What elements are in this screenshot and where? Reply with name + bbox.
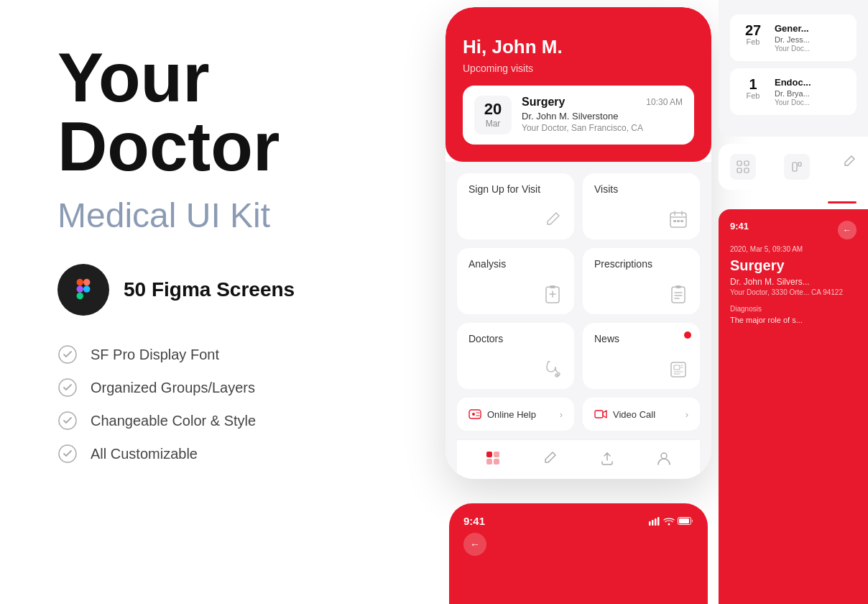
grid-card-news-title: News [594,333,688,344]
right-date-month-1: Feb [740,37,766,46]
feature-text-4: All Customizable [91,446,198,462]
nav-home[interactable] [485,450,501,466]
feature-item-3: Changeable Color & Style [57,411,395,431]
right-detail-doctor: Dr. John M. Silvers... [730,277,857,287]
phone-upcoming-label: Upcoming visits [463,63,694,74]
svg-rect-28 [674,365,680,370]
svg-rect-13 [673,220,676,222]
help-row: Online Help › Video Call › [457,398,700,431]
right-appt-card-1[interactable]: 27 Feb Gener... Dr. Jess... Your Doc... [730,14,857,61]
svg-rect-37 [595,411,603,418]
svg-rect-38 [486,452,492,457]
right-top: 27 Feb Gener... Dr. Jess... Your Doc... … [719,0,868,137]
appt-title-row: Surgery 10:30 AM [522,96,683,109]
right-date-num-2: 1 [740,77,766,91]
mini-time: 9:41 [463,515,485,527]
grid-card-visits-title: Visits [594,183,688,195]
svg-rect-39 [494,452,499,457]
svg-rect-41 [494,459,499,465]
right-edit-icon [842,154,857,168]
right-back-circle[interactable]: ← [838,221,857,239]
grid-card-analysis[interactable]: Analysis [457,248,574,314]
svg-point-48 [668,523,670,525]
nav-pencil[interactable] [542,450,558,466]
right-detail-date: 2020, Mar 5, 09:30 AM [730,245,857,253]
feature-text-1: SF Pro Display Font [91,347,219,363]
help-chevron: › [560,409,563,420]
appointment-card[interactable]: 20 Mar Surgery 10:30 AM Dr. John M. Silv… [463,86,694,145]
svg-point-43 [661,453,667,459]
svg-rect-52 [744,161,749,165]
right-appt-doc-2: Dr. Brya... [775,89,846,98]
mini-phone: 9:41 ← [449,503,708,604]
svg-rect-45 [652,520,654,526]
right-appt-type-1: Gener... [775,23,846,34]
features-list: SF Pro Display Font Organized Groups/Lay… [57,344,395,464]
svg-rect-47 [657,517,660,526]
svg-rect-19 [550,285,555,288]
date-badge: 20 Mar [474,96,512,134]
stethoscope-icon [468,359,563,379]
right-date-1: 27 Feb [740,23,766,46]
right-date-2: 1 Feb [740,77,766,100]
svg-rect-51 [737,161,742,165]
appt-location: Your Doctor, San Francisco, CA [522,123,683,133]
figma-logo [57,264,109,316]
date-number: 20 [483,101,503,117]
mini-status-bar: 9:41 [463,515,693,527]
right-detail-address: Your Doctor, 3330 Orte... CA 94122 [730,288,857,296]
svg-rect-24 [675,285,681,288]
grid-card-news[interactable]: News [583,323,700,389]
video-call-button[interactable]: Video Call › [583,398,700,431]
check-icon-2 [57,378,78,398]
grid-card-doctors[interactable]: Doctors [457,323,574,389]
phone-nav [457,439,700,479]
figma-row: 50 Figma Screens [57,264,395,316]
svg-rect-40 [486,459,492,465]
right-appt-card-2[interactable]: 1 Feb Endoc... Dr. Brya... Your Doc... [730,68,857,115]
svg-rect-53 [737,168,742,173]
right-date-month-2: Feb [740,91,766,100]
right-detail-title: Surgery [730,257,857,274]
svg-rect-1 [83,279,90,285]
grid-card-visits[interactable]: Visits [583,173,700,239]
check-icon-4 [57,444,78,464]
right-middle-card [719,144,868,190]
svg-rect-0 [77,279,83,285]
check-icon-1 [57,344,78,365]
subtitle: Medical UI Kit [57,196,395,235]
svg-point-4 [83,285,90,292]
left-panel: Your Doctor Medical UI Kit 50 Figma Scre… [0,0,438,604]
right-appt-info-1: Gener... Dr. Jess... Your Doc... [775,23,846,52]
right-grid-icon-2 [784,154,810,180]
feature-text-2: Organized Groups/Layers [91,380,255,396]
right-diagnosis-label: Diagnosis [730,305,857,313]
phone-header: Hi, John M. Upcoming visits 20 Mar Surge… [445,7,711,162]
clipboard-plus-icon [468,284,563,304]
appt-doctor: Dr. John M. Silverstone [522,111,683,122]
grid-card-doctors-title: Doctors [468,333,563,344]
newspaper-icon [594,359,688,379]
svg-rect-15 [680,220,683,222]
svg-point-34 [472,413,475,416]
feature-item-4: All Customizable [57,444,395,464]
right-icons-grid [730,154,834,180]
grid-card-analysis-title: Analysis [468,258,563,270]
right-appt-doc-1: Dr. Jess... [775,35,846,44]
online-help-button[interactable]: Online Help › [457,398,574,431]
nav-profile[interactable] [656,450,672,466]
middle-panel: Hi, John M. Upcoming visits 20 Mar Surge… [438,0,719,604]
appointment-info: Surgery 10:30 AM Dr. John M. Silverstone… [522,96,683,133]
right-grid-icon-1 [730,154,756,180]
pencil-icon [468,209,563,229]
mini-back-button[interactable]: ← [463,533,486,556]
main-title: Your Doctor [57,43,395,181]
grid-card-prescriptions[interactable]: Prescriptions [583,248,700,314]
svg-rect-2 [77,285,83,292]
nav-upload[interactable] [599,450,615,466]
right-diagnosis-text: The major role of s... [730,316,857,324]
right-divider-bar [719,196,868,203]
calendar-icon [594,209,688,229]
grid-card-signup[interactable]: Sign Up for Visit [457,173,574,239]
notification-dot [684,331,691,339]
